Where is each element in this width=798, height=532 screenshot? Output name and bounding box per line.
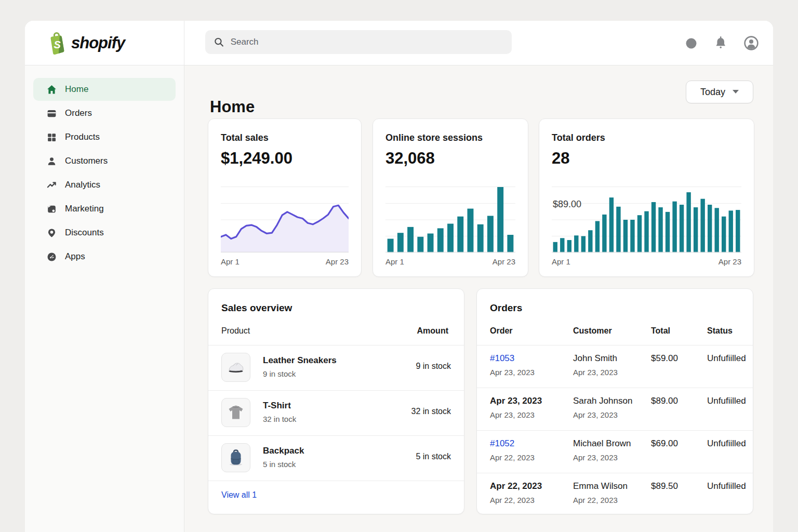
search-input[interactable]: [231, 37, 503, 47]
order-date: Apr 23, 2023: [490, 368, 535, 377]
stat-value: $1,249.00: [221, 149, 292, 168]
order-row-1052[interactable]: #1052 Apr 22, 2023 Michael Brown Apr 23,…: [477, 430, 753, 472]
date-filter-button[interactable]: Today: [686, 81, 753, 103]
sidebar-label-apps: Apps: [65, 251, 85, 262]
x-label-end: Apr 23: [493, 257, 515, 266]
notification-bell-icon[interactable]: [714, 36, 727, 50]
tshirt-product-image: [221, 398, 250, 427]
view-all-link[interactable]: View all 1: [221, 490, 257, 500]
order-row-4[interactable]: Apr 22, 2023 Apr 22, 2023 Emma Wilson Ap…: [477, 473, 753, 515]
order-date: Apr 22, 2023: [490, 453, 535, 462]
sidebar-label-analytics: Analytics: [65, 180, 100, 190]
sidebar-item-products[interactable]: Products: [33, 126, 176, 149]
order-total: $69.00: [651, 438, 678, 449]
x-axis-labels: Apr 1 Apr 23: [221, 257, 349, 266]
x-label-start: Apr 1: [221, 257, 240, 266]
orders-chart: [552, 187, 741, 252]
x-label-start: Apr 1: [385, 257, 404, 266]
stat-title: Total orders: [552, 132, 605, 143]
home-icon: [46, 84, 57, 95]
avatar-icon[interactable]: [744, 36, 759, 50]
customer-date: Apr 23, 2023: [573, 410, 618, 419]
sales-overview-title: Sales overview: [221, 302, 292, 314]
sneaker-product-image: [221, 353, 250, 382]
sidebar-item-apps[interactable]: Apps: [33, 245, 176, 268]
column-header-order: Order: [490, 326, 513, 336]
order-row-2[interactable]: Apr 23, 2023 Apr 23, 2023 Sarah Johnson …: [477, 388, 753, 430]
product-amount: 9 in stock: [416, 362, 451, 371]
stat-title: Total sales: [221, 132, 269, 143]
topbar: S shopify: [25, 21, 773, 65]
product-row-leather-sneakers[interactable]: Leather Sneakers 9 in stock 9 in stock: [208, 345, 464, 390]
date-filter-label: Today: [700, 87, 725, 98]
sidebar-label-customers: Customers: [65, 156, 108, 166]
product-amount: 32 in stock: [411, 407, 451, 416]
sidebar-item-orders[interactable]: Orders: [33, 102, 176, 125]
y-axis-annotation: $89.00: [553, 199, 581, 210]
status-badge: Unfufiilled: [707, 396, 746, 406]
customer-date: Apr 22, 2023: [573, 496, 618, 504]
x-axis-labels: Apr 1 Apr 23: [385, 257, 515, 266]
product-subtitle: 32 in tock: [263, 415, 296, 423]
product-name: T-Shirt: [263, 401, 291, 411]
product-subtitle: 5 in stock: [263, 460, 296, 469]
customer-name: Michael Brown: [573, 438, 631, 449]
status-badge: Unfufiilled: [707, 438, 746, 449]
product-subtitle: 9 in stock: [263, 369, 296, 378]
status-dot-icon[interactable]: [685, 37, 697, 49]
sessions-chart: [385, 187, 515, 252]
product-name: Backpack: [263, 446, 304, 456]
order-number-link[interactable]: #1053: [490, 353, 514, 364]
divider: [208, 481, 464, 481]
order-date: Apr 22, 2023: [490, 496, 535, 504]
stat-value: 32,068: [385, 149, 435, 168]
search-icon: [214, 36, 224, 48]
product-amount: 5 in stock: [416, 452, 451, 461]
sidebar-label-marketing: Marketing: [65, 204, 104, 214]
shopify-bag-icon: S: [46, 31, 66, 56]
status-badge: Unfufiilled: [707, 481, 746, 491]
total-orders-card: Total orders 28 $89.00 Apr 1 Apr 23: [539, 118, 754, 277]
svg-text:S: S: [54, 39, 61, 50]
total-sales-card: Total sales $1,249.00 Apr 1 Apr 23: [208, 118, 362, 277]
x-label-end: Apr 23: [719, 257, 741, 266]
column-header-total: Total: [651, 326, 670, 336]
orders-title: Orders: [490, 302, 522, 314]
sidebar-item-analytics[interactable]: Analytics: [33, 174, 176, 196]
backpack-product-image: [221, 443, 250, 472]
sidebar-item-home[interactable]: Home: [33, 78, 176, 101]
total-sales-chart: [221, 187, 349, 252]
customers-icon: [46, 156, 57, 167]
sidebar-item-discounts[interactable]: Discounts: [33, 221, 176, 244]
stat-value: 28: [552, 149, 569, 168]
order-row-1053[interactable]: #1053 Apr 23, 2023 John Smith Apr 23, 20…: [477, 345, 753, 387]
page-title: Home: [210, 98, 255, 116]
online-store-sessions-card: Online store sessions 32,068 Apr 1 Apr 2…: [373, 118, 528, 277]
topbar-icons: [685, 21, 759, 65]
order-total: $89.00: [651, 396, 678, 406]
column-header-product: Product: [221, 326, 250, 336]
sidebar-label-orders: Orders: [65, 108, 92, 118]
product-name: Leather Sneakers: [263, 355, 337, 366]
product-row-tshirt[interactable]: T-Shirt 32 in tock 32 in stock: [208, 390, 464, 435]
customer-name: Sarah Johnson: [573, 396, 632, 406]
order-cell: Apr 23, 2023: [490, 396, 542, 406]
product-row-backpack[interactable]: Backpack 5 in stock 5 in stock: [208, 435, 464, 481]
sidebar-label-products: Products: [65, 132, 100, 142]
analytics-icon: [46, 180, 57, 191]
main-content: Home Today Total sales $1,249.00 Apr 1 A…: [184, 65, 773, 532]
sidebar-item-marketing[interactable]: Marketing: [33, 197, 176, 220]
discounts-icon: [46, 228, 57, 238]
stat-title: Online store sessions: [385, 132, 483, 143]
status-badge: Unfufiilled: [707, 353, 746, 364]
order-total: $59.00: [651, 353, 678, 364]
x-label-start: Apr 1: [552, 257, 570, 266]
sidebar-label-discounts: Discounts: [65, 228, 104, 238]
order-total: $89.50: [651, 481, 678, 491]
sales-overview-card: Sales overview Product Amount Leather Sn…: [208, 288, 464, 514]
products-icon: [46, 132, 57, 143]
sidebar-item-customers[interactable]: Customers: [33, 150, 176, 172]
order-number-link[interactable]: #1052: [490, 438, 514, 449]
column-header-customer: Customer: [573, 326, 612, 336]
search-bar[interactable]: [205, 30, 512, 54]
